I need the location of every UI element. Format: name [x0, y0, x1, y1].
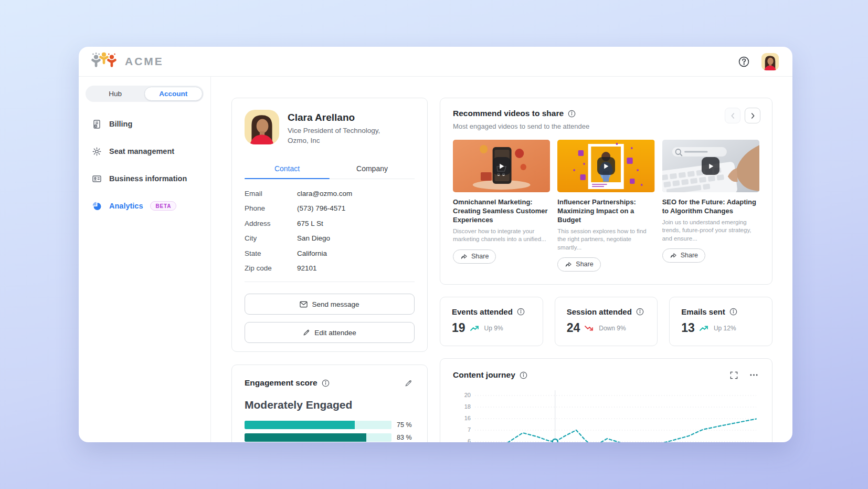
info-icon[interactable] [636, 308, 644, 316]
sidebar-item-label: Billing [109, 120, 132, 128]
contact-card: Clara Arellano Vice President of Technol… [231, 98, 428, 352]
help-button[interactable] [735, 53, 752, 70]
sidebar-item-seat-management[interactable]: Seat management [86, 138, 204, 165]
video-thumbnail[interactable] [557, 140, 654, 192]
engagement-bar-row: 75 % [245, 421, 415, 429]
info-icon[interactable] [568, 110, 576, 118]
sidebar-item-billing[interactable]: Billing [86, 110, 204, 138]
info-icon[interactable] [322, 379, 330, 387]
attendee-title-line2: Ozmo, Inc [288, 137, 320, 144]
video-thumbnail[interactable] [453, 140, 550, 192]
avatar-image [761, 53, 779, 70]
attendee-header: Clara Arellano Vice President of Technol… [245, 110, 415, 146]
gear-icon [92, 147, 102, 157]
share-label: Share [681, 252, 698, 259]
attendee-name: Clara Arellano [288, 112, 380, 123]
stat-trend: Up 12% [714, 325, 736, 332]
stat-label: Events attended [452, 307, 513, 316]
avatar-image [245, 110, 279, 144]
tab-account[interactable]: Account [144, 87, 203, 101]
field-value: (573) 796-4571 [297, 204, 345, 212]
stat-label: Emails sent [681, 307, 725, 316]
field-value: 92101 [297, 264, 317, 272]
share-label: Share [576, 261, 593, 268]
video-title[interactable]: Omnichannel Marketing: Creating Seamless… [453, 198, 550, 225]
video-card: SEO for the Future: Adapting to Algorith… [662, 140, 759, 272]
field-phone: Phone (573) 796-4571 [245, 204, 415, 212]
contact-company-tabs: Contact Company [245, 160, 415, 179]
hover-point-marker[interactable] [553, 439, 558, 442]
video-card: Omnichannel Marketing: Creating Seamless… [453, 140, 550, 272]
stat-label: Session attended [567, 307, 632, 316]
tab-company[interactable]: Company [330, 160, 415, 179]
video-title[interactable]: SEO for the Future: Adapting to Algorith… [662, 198, 759, 216]
field-value: California [297, 249, 327, 257]
content-journey-chart[interactable]: 20 18 16 7 6 5 [453, 387, 759, 442]
field-label: Email [245, 190, 297, 197]
engagement-score-card: Engagement score [231, 365, 428, 442]
user-avatar[interactable] [761, 53, 779, 70]
tab-hub[interactable]: Hub [87, 87, 144, 101]
attendee-title: Vice President of Technology, Ozmo, Inc [288, 126, 380, 146]
share-icon [565, 261, 572, 267]
videos-title: Recommend videos to share [453, 109, 564, 118]
edit-attendee-button[interactable]: Edit attendee [245, 322, 415, 343]
carousel-next-button[interactable] [745, 108, 760, 123]
chart-gridlines [475, 396, 756, 442]
engagement-bar-track [245, 433, 391, 442]
stats-row: Events attended 19 Up 9% [440, 297, 772, 346]
sidebar-item-label: Business information [109, 174, 187, 183]
carousel-prev-button[interactable] [725, 108, 740, 123]
y-tick: 7 [468, 426, 471, 433]
field-value: 675 L St [297, 220, 323, 227]
ellipsis-icon [750, 374, 758, 376]
video-grid: Omnichannel Marketing: Creating Seamless… [453, 140, 759, 272]
engagement-bar-fill [245, 421, 355, 429]
play-icon [597, 157, 615, 175]
engagement-level: Moderately Engaged [245, 399, 415, 411]
more-options-button[interactable] [748, 369, 759, 381]
field-value: San Diego [297, 234, 330, 242]
sidebar-item-label: Seat management [109, 147, 174, 155]
send-message-button[interactable]: Send message [245, 294, 415, 315]
field-label: Address [245, 220, 297, 227]
app-window: ACME [79, 47, 792, 442]
y-tick: 18 [464, 403, 471, 410]
engagement-bar-fill [245, 433, 366, 442]
share-button[interactable]: Share [453, 249, 496, 264]
field-value: clara@ozmo.com [297, 190, 352, 197]
sidebar-nav: Billing Seat management Business in [86, 110, 204, 220]
chevron-right-icon [750, 113, 755, 119]
sidebar-item-business-information[interactable]: Business information [86, 165, 204, 192]
play-icon [702, 157, 719, 175]
field-email: Email clara@ozmo.com [245, 190, 415, 197]
send-message-label: Send message [312, 300, 359, 308]
videos-subtitle: Most engaged videos to send to the atten… [453, 122, 759, 130]
share-button[interactable]: Share [662, 248, 705, 263]
field-state: State California [245, 249, 415, 257]
trend-down-icon [584, 325, 595, 332]
stat-card-session-attended: Session attended 24 Down 9% [555, 297, 658, 346]
attendee-avatar [245, 110, 279, 144]
pie-chart-icon [92, 201, 102, 211]
share-label: Share [471, 253, 489, 260]
engagement-bar-label: 83 % [397, 434, 415, 441]
trend-up-icon [470, 325, 480, 332]
expand-chart-button[interactable] [728, 369, 739, 381]
chevron-left-icon [731, 113, 735, 119]
tab-contact[interactable]: Contact [245, 160, 330, 179]
field-label: City [245, 234, 297, 242]
main-content: Clara Arellano Vice President of Technol… [211, 77, 792, 442]
info-icon[interactable] [517, 308, 525, 316]
engagement-bar-track [245, 421, 391, 429]
hub-account-switch: Hub Account [86, 86, 204, 102]
journey-title: Content journey [453, 370, 515, 380]
video-thumbnail[interactable] [662, 140, 759, 192]
video-title[interactable]: Influencer Partnerships: Maximizing Impa… [557, 198, 654, 225]
share-button[interactable]: Share [557, 257, 600, 272]
edit-engagement-button[interactable] [402, 377, 415, 389]
stat-value: 24 [567, 321, 580, 335]
sidebar-item-analytics[interactable]: Analytics BETA [86, 192, 204, 220]
info-icon[interactable] [729, 308, 737, 316]
info-icon[interactable] [520, 371, 527, 379]
